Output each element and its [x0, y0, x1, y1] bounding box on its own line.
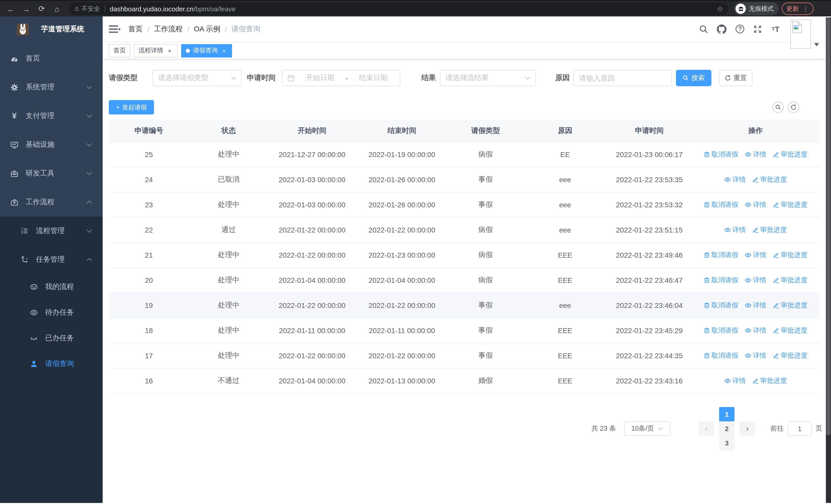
page-button-3[interactable]: 3 — [719, 436, 735, 450]
reset-button[interactable]: 重置 — [719, 70, 752, 86]
pen-icon — [752, 227, 758, 233]
sidebar-item-workflow[interactable]: 工作流程 — [0, 188, 103, 216]
close-icon[interactable]: × — [166, 48, 173, 54]
security-warning-icon: ⚠ — [74, 5, 80, 12]
page-button-1[interactable]: 1 — [719, 407, 735, 421]
approval-progress-link[interactable]: 审批进度 — [752, 225, 787, 235]
cell-type: 事假 — [448, 175, 523, 184]
breadcrumb-home[interactable]: 首页 — [128, 24, 143, 34]
browser-menu-icon[interactable]: ⋮ — [802, 5, 809, 12]
sidebar-item-payment[interactable]: ¥ 支付管理 — [0, 101, 103, 130]
breadcrumb-oa-example[interactable]: OA 示例 — [194, 24, 221, 34]
cancel-leave-link[interactable]: 取消请假 — [704, 200, 738, 209]
search-button[interactable]: 搜索 — [676, 70, 711, 86]
refresh-icon — [791, 104, 797, 110]
tag-process-detail[interactable]: 流程详情 × — [134, 44, 178, 57]
address-bar[interactable]: ⚠ 不安全 dashboard.yudao.iocoder.cn/bpm/oa/… — [69, 3, 728, 15]
leave-type-select[interactable]: 请选择请假类型 — [152, 70, 242, 86]
trash-icon — [704, 151, 710, 157]
breadcrumb-workflow[interactable]: 工作流程 — [154, 24, 183, 34]
sidebar-fold-icon[interactable] — [109, 24, 120, 34]
app-logo-row[interactable]: 芋道管理系统 — [0, 17, 103, 42]
approval-progress-link[interactable]: 审批进度 — [773, 301, 807, 310]
eye-open-icon — [30, 308, 38, 317]
next-page-button[interactable]: › — [740, 421, 755, 436]
cancel-leave-link[interactable]: 取消请假 — [704, 351, 738, 360]
close-icon[interactable]: × — [221, 48, 227, 54]
sidebar-item-task-management[interactable]: 任务管理 — [0, 245, 103, 274]
create-leave-button[interactable]: + 发起请假 — [109, 100, 154, 114]
sidebar-item-infrastructure[interactable]: 基础设施 — [0, 130, 103, 159]
start-date-placeholder: 开始日期 — [299, 73, 341, 83]
avatar-dropdown-caret[interactable] — [814, 43, 819, 46]
help-icon[interactable] — [735, 24, 745, 34]
sidebar-item-dev-tools[interactable]: 研发工具 — [0, 159, 103, 188]
page-size-select[interactable]: 10条/页 — [624, 421, 670, 436]
approval-progress-link[interactable]: 审批进度 — [773, 351, 807, 360]
detail-link[interactable]: 详情 — [745, 301, 766, 310]
scrollbar-thumb[interactable] — [826, 18, 830, 435]
cancel-leave-link[interactable]: 取消请假 — [704, 150, 738, 159]
approval-progress-link[interactable]: 审批进度 — [752, 376, 787, 385]
cell-end: 2022-01-19 00:00:00 — [356, 150, 448, 158]
briefcase-icon — [10, 198, 19, 207]
cancel-leave-link[interactable]: 取消请假 — [704, 301, 738, 310]
github-icon[interactable] — [717, 24, 727, 34]
header-search-icon[interactable] — [698, 24, 709, 34]
browser-home-button[interactable]: ⌂ — [49, 4, 65, 13]
approval-progress-link[interactable]: 审批进度 — [773, 150, 807, 159]
chevron-up-icon — [86, 258, 92, 262]
refresh-table-button[interactable] — [788, 101, 799, 113]
fullscreen-icon[interactable] — [752, 24, 763, 34]
browser-back-button[interactable]: ← — [3, 4, 19, 13]
sidebar-item-done-tasks[interactable]: 已办任务 — [0, 325, 103, 351]
total-count: 共 23 条 — [592, 424, 616, 433]
detail-link[interactable]: 详情 — [745, 150, 766, 159]
window-scrollbar[interactable] — [826, 18, 831, 503]
cancel-leave-link[interactable]: 取消请假 — [704, 250, 738, 260]
cancel-leave-link[interactable]: 取消请假 — [704, 276, 738, 285]
browser-update-button[interactable]: 更新 ⋮ — [782, 3, 813, 15]
avatar[interactable] — [791, 20, 811, 49]
cell-start: 2022-01-03 00:00:00 — [268, 176, 356, 184]
prev-page-button[interactable]: ‹ — [698, 421, 714, 436]
pen-icon — [773, 277, 779, 283]
approval-progress-link[interactable]: 审批进度 — [752, 175, 787, 184]
eye-icon — [745, 277, 751, 283]
sidebar-item-leave-query[interactable]: 请假查询 — [0, 351, 103, 377]
browser-reload-button[interactable]: ⟳ — [34, 4, 49, 13]
approval-progress-link[interactable]: 审批进度 — [773, 250, 807, 260]
detail-link[interactable]: 详情 — [745, 351, 766, 360]
font-size-icon[interactable]: TT — [770, 24, 781, 34]
calendar-icon — [287, 75, 295, 82]
detail-link[interactable]: 详情 — [745, 276, 766, 285]
leave-table: 申请编号 状态 开始时间 结束时间 请假类型 原因 申请时间 操作 25处理中2… — [109, 120, 820, 394]
browser-forward-button[interactable]: → — [19, 4, 34, 13]
sidebar-item-home[interactable]: 首页 — [0, 44, 103, 73]
tag-home[interactable]: 首页 — [109, 44, 131, 57]
approval-progress-link[interactable]: 审批进度 — [773, 276, 807, 285]
goto-page-input[interactable] — [788, 421, 811, 436]
result-select[interactable]: 请选择流结果 — [440, 70, 536, 86]
detail-link[interactable]: 详情 — [724, 376, 746, 385]
sidebar-item-my-processes[interactable]: 我的流程 — [0, 274, 103, 300]
sidebar-item-process-management[interactable]: 流程管理 — [0, 216, 103, 245]
apply-time-range-picker[interactable]: 开始日期 - 结束日期 — [282, 70, 400, 86]
approval-progress-link[interactable]: 审批进度 — [773, 200, 807, 209]
sidebar-item-system[interactable]: 系统管理 — [0, 73, 103, 101]
pen-icon — [773, 327, 779, 334]
sidebar-item-todo-tasks[interactable]: 待办任务 — [0, 300, 103, 325]
approval-progress-link[interactable]: 审批进度 — [773, 326, 807, 335]
cancel-leave-link[interactable]: 取消请假 — [704, 326, 738, 335]
toggle-search-button[interactable] — [773, 101, 784, 113]
detail-link[interactable]: 详情 — [724, 225, 746, 235]
tag-leave-query[interactable]: 请假查询 × — [181, 44, 232, 57]
reason-input[interactable] — [573, 70, 672, 86]
bookmark-star-icon[interactable]: ☆ — [717, 5, 723, 13]
detail-link[interactable]: 详情 — [745, 200, 766, 209]
detail-link[interactable]: 详情 — [745, 326, 766, 335]
cell-applyTime: 2022-01-22 23:46:47 — [607, 276, 691, 284]
page-button-2[interactable]: 2 — [719, 421, 735, 436]
detail-link[interactable]: 详情 — [745, 250, 766, 260]
detail-link[interactable]: 详情 — [724, 175, 746, 184]
